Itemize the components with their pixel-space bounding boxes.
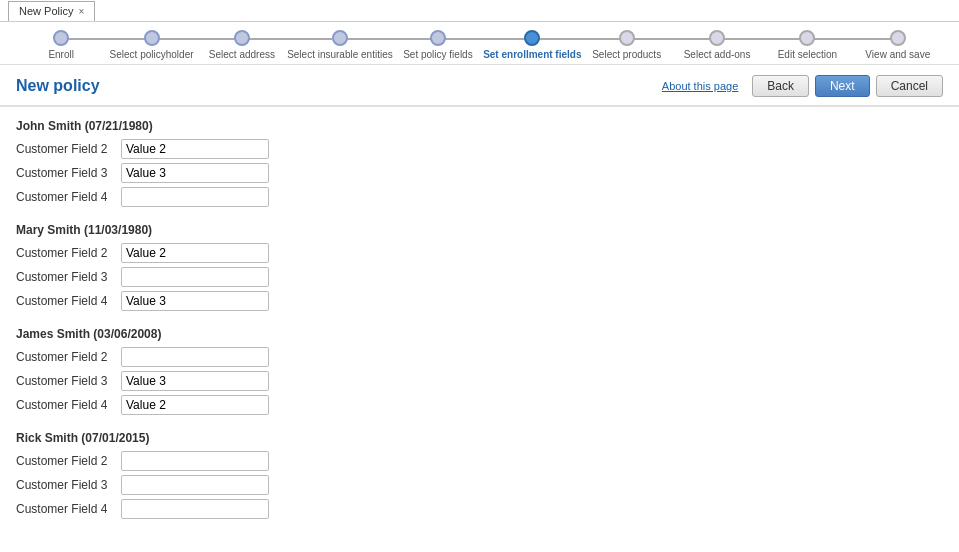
back-button[interactable]: Back — [752, 75, 809, 97]
wizard-step-select-products[interactable]: Select products — [581, 30, 671, 60]
wizard-step-select-policyholder[interactable]: Select policyholder — [106, 30, 196, 60]
wizard-step-edit-selection[interactable]: Edit selection — [762, 30, 852, 60]
field-input-0-1[interactable] — [121, 163, 269, 183]
step-circle-view-and-save — [890, 30, 906, 46]
field-label-1-1: Customer Field 3 — [16, 270, 121, 284]
wizard-step-select-addons[interactable]: Select add-ons — [672, 30, 762, 60]
field-input-2-1[interactable] — [121, 371, 269, 391]
person-section-0: John Smith (07/21/1980)Customer Field 2C… — [16, 119, 943, 207]
field-label-2-2: Customer Field 4 — [16, 398, 121, 412]
step-label-select-policyholder: Select policyholder — [110, 49, 194, 60]
field-label-2-0: Customer Field 2 — [16, 350, 121, 364]
field-label-0-1: Customer Field 3 — [16, 166, 121, 180]
field-input-3-2[interactable] — [121, 499, 269, 519]
step-circle-select-addons — [709, 30, 725, 46]
person-section-3: Rick Smith (07/01/2015)Customer Field 2C… — [16, 431, 943, 519]
field-label-0-2: Customer Field 4 — [16, 190, 121, 204]
step-label-enroll: Enroll — [48, 49, 74, 60]
step-label-set-policy-fields: Set policy fields — [403, 49, 472, 60]
field-input-3-1[interactable] — [121, 475, 269, 495]
step-label-select-products: Select products — [592, 49, 661, 60]
field-input-3-0[interactable] — [121, 451, 269, 471]
step-circle-select-address — [234, 30, 250, 46]
main-content: New policy About this page Back Next Can… — [0, 65, 959, 552]
field-label-1-2: Customer Field 4 — [16, 294, 121, 308]
step-circle-set-enrollment-fields — [524, 30, 540, 46]
wizard-bar: EnrollSelect policyholderSelect addressS… — [0, 22, 959, 65]
field-label-0-0: Customer Field 2 — [16, 142, 121, 156]
step-label-select-addons: Select add-ons — [684, 49, 751, 60]
wizard-steps: EnrollSelect policyholderSelect addressS… — [16, 30, 943, 60]
person-name-0: John Smith (07/21/1980) — [16, 119, 943, 133]
field-input-0-0[interactable] — [121, 139, 269, 159]
wizard-step-select-insurable[interactable]: Select insurable entities — [287, 30, 393, 60]
form-area: John Smith (07/21/1980)Customer Field 2C… — [0, 107, 959, 547]
field-row-3-1: Customer Field 3 — [16, 475, 943, 495]
step-label-select-insurable: Select insurable entities — [287, 49, 393, 60]
field-label-3-1: Customer Field 3 — [16, 478, 121, 492]
field-row-2-0: Customer Field 2 — [16, 347, 943, 367]
header-actions: About this page Back Next Cancel — [662, 75, 943, 97]
person-name-1: Mary Smith (11/03/1980) — [16, 223, 943, 237]
field-input-2-2[interactable] — [121, 395, 269, 415]
step-circle-select-policyholder — [144, 30, 160, 46]
field-row-2-1: Customer Field 3 — [16, 371, 943, 391]
step-circle-select-insurable — [332, 30, 348, 46]
field-row-0-2: Customer Field 4 — [16, 187, 943, 207]
field-label-3-2: Customer Field 4 — [16, 502, 121, 516]
step-circle-set-policy-fields — [430, 30, 446, 46]
step-circle-select-products — [619, 30, 635, 46]
field-row-0-0: Customer Field 2 — [16, 139, 943, 159]
page-header: New policy About this page Back Next Can… — [0, 65, 959, 107]
field-input-1-0[interactable] — [121, 243, 269, 263]
field-row-1-2: Customer Field 4 — [16, 291, 943, 311]
tab-new-policy[interactable]: New Policy × — [8, 1, 95, 21]
cancel-button[interactable]: Cancel — [876, 75, 943, 97]
step-circle-enroll — [53, 30, 69, 46]
field-input-1-1[interactable] — [121, 267, 269, 287]
field-row-0-1: Customer Field 3 — [16, 163, 943, 183]
person-section-2: James Smith (03/06/2008)Customer Field 2… — [16, 327, 943, 415]
wizard-step-view-and-save[interactable]: View and save — [853, 30, 943, 60]
about-link[interactable]: About this page — [662, 80, 738, 92]
step-label-select-address: Select address — [209, 49, 275, 60]
step-label-set-enrollment-fields: Set enrollment fields — [483, 49, 581, 60]
step-label-view-and-save: View and save — [865, 49, 930, 60]
wizard-step-select-address[interactable]: Select address — [197, 30, 287, 60]
page-title: New policy — [16, 77, 100, 95]
step-circle-edit-selection — [799, 30, 815, 46]
field-label-2-1: Customer Field 3 — [16, 374, 121, 388]
wizard-step-enroll[interactable]: Enroll — [16, 30, 106, 60]
tab-close-icon[interactable]: × — [78, 6, 84, 17]
person-name-3: Rick Smith (07/01/2015) — [16, 431, 943, 445]
field-row-1-0: Customer Field 2 — [16, 243, 943, 263]
field-input-2-0[interactable] — [121, 347, 269, 367]
field-row-1-1: Customer Field 3 — [16, 267, 943, 287]
person-section-1: Mary Smith (11/03/1980)Customer Field 2C… — [16, 223, 943, 311]
tab-bar: New Policy × — [0, 0, 959, 22]
tab-label: New Policy — [19, 5, 73, 17]
field-input-0-2[interactable] — [121, 187, 269, 207]
field-row-3-2: Customer Field 4 — [16, 499, 943, 519]
wizard-step-set-enrollment-fields[interactable]: Set enrollment fields — [483, 30, 581, 60]
field-row-3-0: Customer Field 2 — [16, 451, 943, 471]
wizard-step-set-policy-fields[interactable]: Set policy fields — [393, 30, 483, 60]
field-label-3-0: Customer Field 2 — [16, 454, 121, 468]
person-name-2: James Smith (03/06/2008) — [16, 327, 943, 341]
field-input-1-2[interactable] — [121, 291, 269, 311]
next-button[interactable]: Next — [815, 75, 870, 97]
step-label-edit-selection: Edit selection — [778, 49, 837, 60]
field-row-2-2: Customer Field 4 — [16, 395, 943, 415]
field-label-1-0: Customer Field 2 — [16, 246, 121, 260]
